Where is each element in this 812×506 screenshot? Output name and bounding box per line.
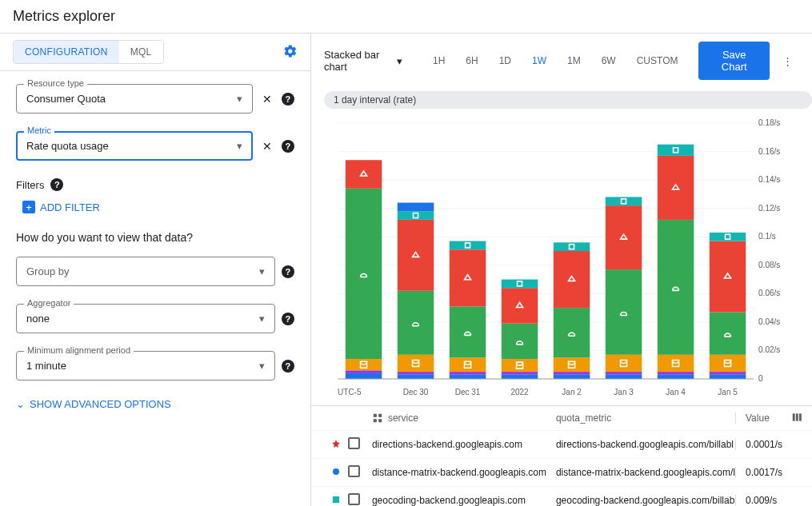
time-range-1h[interactable]: 1H: [425, 50, 453, 71]
svg-rect-40: [502, 375, 538, 379]
time-range-6h[interactable]: 6H: [458, 50, 486, 71]
group-by-select[interactable]: Group by ▾: [16, 257, 275, 286]
series-checkbox[interactable]: [348, 493, 360, 505]
svg-rect-29: [398, 220, 434, 291]
alignment-label: Minimum alignment period: [24, 345, 134, 355]
time-range-1d[interactable]: 1D: [491, 50, 519, 71]
col-service[interactable]: service: [388, 412, 418, 424]
svg-text:Jan 4: Jan 4: [666, 388, 686, 396]
svg-text:0.12/s: 0.12/s: [758, 204, 780, 213]
columns-icon[interactable]: [791, 412, 802, 425]
help-icon[interactable]: ?: [282, 140, 294, 153]
tab-mql[interactable]: MQL: [119, 41, 163, 63]
svg-rect-72: [710, 241, 746, 313]
help-icon[interactable]: ?: [282, 265, 294, 278]
svg-rect-66: [658, 145, 694, 156]
add-filter-button[interactable]: + ADD FILTER: [22, 201, 100, 213]
svg-rect-47: [554, 375, 590, 379]
alignment-select[interactable]: 1 minute ▾: [16, 351, 275, 380]
svg-rect-62: [658, 372, 694, 375]
svg-rect-41: [502, 372, 538, 375]
save-chart-button[interactable]: Save Chart: [698, 42, 770, 80]
time-range-6w[interactable]: 6W: [594, 50, 624, 71]
legend-row[interactable]: distance-matrix-backend.googleapis.com d…: [311, 459, 812, 487]
svg-text:Jan 3: Jan 3: [614, 388, 634, 396]
kebab-menu-icon[interactable]: ⋮: [776, 55, 799, 67]
chevron-down-icon: ▾: [259, 265, 265, 277]
resource-type-select[interactable]: Consumer Quota ▾: [16, 84, 253, 114]
svg-text:0.06/s: 0.06/s: [758, 289, 780, 297]
svg-rect-54: [606, 375, 642, 379]
legend-quota: directions-backend.googleapis.com/billab…: [556, 439, 735, 450]
svg-rect-55: [606, 372, 642, 375]
legend-row[interactable]: directions-backend.googleapis.com direct…: [311, 431, 812, 459]
chart-type-select[interactable]: Stacked bar chart ▾: [324, 49, 402, 73]
svg-rect-58: [606, 205, 642, 269]
svg-text:0.02/s: 0.02/s: [758, 345, 780, 354]
clear-metric-icon[interactable]: ✕: [259, 140, 275, 153]
svg-text:0.1/s: 0.1/s: [758, 232, 776, 241]
time-range-custom[interactable]: CUSTOM: [629, 50, 686, 71]
svg-text:Dec 30: Dec 30: [403, 388, 429, 396]
svg-rect-61: [658, 375, 694, 379]
time-range-1m[interactable]: 1M: [559, 50, 589, 71]
col-quota[interactable]: quota_metric: [556, 412, 735, 424]
help-icon[interactable]: ?: [50, 178, 63, 191]
advanced-label: SHOW ADVANCED OPTIONS: [30, 398, 171, 410]
svg-text:0.04/s: 0.04/s: [758, 317, 780, 326]
gear-icon[interactable]: [283, 44, 298, 61]
group-icon: [372, 412, 383, 424]
svg-rect-90: [799, 413, 802, 420]
chevron-down-icon: ▾: [259, 360, 265, 372]
chart: 00.02/s0.04/s0.06/s0.08/s0.1/s0.12/s0.14…: [324, 115, 799, 403]
page-title: Metrics explorer: [0, 0, 812, 34]
chevron-down-icon: ▾: [397, 55, 402, 67]
help-icon[interactable]: ?: [282, 313, 294, 325]
help-icon[interactable]: ?: [282, 360, 294, 373]
svg-rect-86: [374, 419, 377, 422]
svg-rect-84: [374, 414, 377, 417]
aggregator-label: Aggregator: [24, 298, 74, 308]
help-icon[interactable]: ?: [282, 93, 294, 106]
svg-rect-85: [378, 414, 382, 417]
svg-rect-89: [796, 413, 798, 420]
chart-type-label: Stacked bar chart: [324, 49, 394, 73]
metric-label: Metric: [24, 126, 54, 135]
svg-rect-25: [398, 375, 434, 379]
advanced-options-toggle[interactable]: ⌄ SHOW ADVANCED OPTIONS: [16, 398, 294, 410]
clear-resource-icon[interactable]: ✕: [259, 93, 275, 106]
series-marker-icon: [324, 495, 348, 506]
alignment-value: 1 minute: [26, 360, 66, 372]
time-range-group: 1H6H1D1W1M6WCUSTOM: [425, 50, 686, 71]
tab-configuration[interactable]: CONFIGURATION: [14, 41, 119, 63]
svg-rect-68: [710, 375, 746, 379]
legend-row[interactable]: geocoding-backend.googleapis.com geocodi…: [311, 487, 812, 506]
svg-rect-37: [450, 249, 486, 306]
config-panel: CONFIGURATION MQL Resource type Consumer…: [0, 34, 311, 506]
legend-quota: distance-matrix-backend.googleapis.com/l: [556, 467, 735, 478]
svg-text:Dec 31: Dec 31: [455, 388, 481, 396]
legend-value: 0.009/s: [735, 495, 799, 506]
svg-text:0.08/s: 0.08/s: [758, 261, 780, 269]
aggregator-select[interactable]: none ▾: [16, 304, 275, 333]
time-range-1w[interactable]: 1W: [524, 50, 554, 71]
legend-table: service quota_metric Value directions-ba…: [311, 405, 812, 506]
plus-icon: +: [22, 201, 35, 213]
metric-select[interactable]: Rate quota usage ▾: [16, 131, 253, 161]
svg-rect-21: [346, 370, 382, 373]
svg-rect-26: [398, 372, 434, 375]
col-value[interactable]: Value: [735, 412, 799, 424]
svg-rect-34: [450, 372, 486, 375]
svg-rect-32: [398, 203, 434, 212]
series-marker-icon: [324, 467, 348, 478]
chart-panel: Stacked bar chart ▾ 1H6H1D1W1M6WCUSTOM S…: [311, 34, 812, 506]
series-checkbox[interactable]: [348, 437, 360, 449]
svg-text:0.18/s: 0.18/s: [758, 118, 780, 127]
svg-rect-33: [450, 375, 486, 379]
filters-label: Filters: [16, 179, 44, 191]
svg-text:Jan 5: Jan 5: [718, 388, 738, 396]
svg-text:UTC-5: UTC-5: [338, 388, 362, 396]
series-marker-icon: [324, 439, 348, 451]
series-checkbox[interactable]: [348, 465, 360, 477]
svg-text:2022: 2022: [510, 388, 529, 396]
